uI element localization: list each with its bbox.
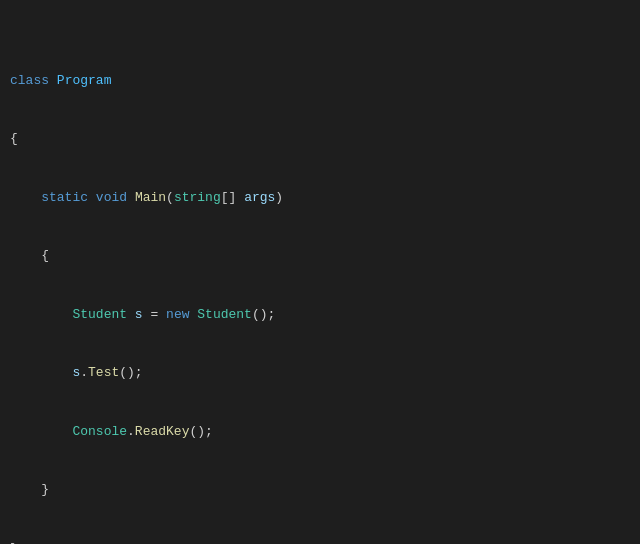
line-9: } <box>0 539 640 545</box>
line-6: s.Test(); <box>0 363 640 383</box>
line-3: static void Main(string[] args) <box>0 188 640 208</box>
line-1: class Program <box>0 71 640 91</box>
line-4: { <box>0 246 640 266</box>
line-2: { <box>0 129 640 149</box>
line-8: } <box>0 480 640 500</box>
code-editor: class Program { static void Main(string[… <box>0 8 640 544</box>
line-7: Console.ReadKey(); <box>0 422 640 442</box>
line-5: Student s = new Student(); <box>0 305 640 325</box>
